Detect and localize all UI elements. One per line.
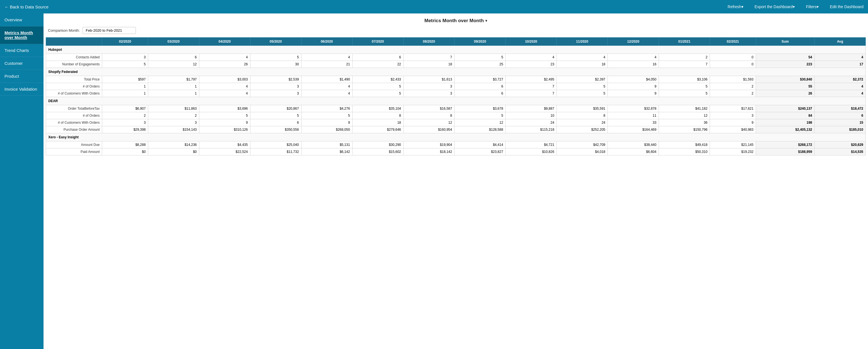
table-cell-value: 6 bbox=[250, 119, 301, 126]
table-cell-value: $4,435 bbox=[199, 141, 250, 149]
table-row: # of Orders2255588510811123846 bbox=[46, 112, 866, 119]
table-header-month: 06/2020 bbox=[301, 38, 352, 46]
table-cell-value: 5 bbox=[557, 90, 608, 97]
table-cell-summary: 4 bbox=[815, 83, 866, 90]
table-cell-value: $41,182 bbox=[659, 105, 710, 112]
table-cell-value: 3 bbox=[710, 112, 756, 119]
table-section-header: Shopify Federated bbox=[46, 68, 866, 76]
table-cell-value: $1,613 bbox=[403, 76, 455, 83]
table-cell-value: $128,588 bbox=[455, 126, 505, 133]
table-cell-value: 5 bbox=[659, 90, 710, 97]
table-cell-summary: $185,010 bbox=[815, 126, 866, 133]
table-cell-summary: 6 bbox=[815, 112, 866, 119]
table-cell-value: $11,863 bbox=[148, 105, 199, 112]
table-cell-value: 24 bbox=[505, 119, 557, 126]
table-header-month: 01/2021 bbox=[659, 38, 710, 46]
table-header-month: Avg bbox=[815, 38, 866, 46]
export-button[interactable]: Export the Dashboard▾ bbox=[754, 4, 795, 9]
table-row: Contacts Added3645467544420544 bbox=[46, 54, 866, 61]
table-cell-value: 7 bbox=[403, 54, 455, 61]
table-cell-value: $6,142 bbox=[301, 149, 352, 155]
table-cell-value: $0 bbox=[102, 149, 148, 155]
table-cell-value: $279,646 bbox=[352, 126, 403, 133]
table-cell-value: $2,495 bbox=[505, 76, 557, 83]
table-cell-value: $32,878 bbox=[608, 105, 659, 112]
table-cell-value: 24 bbox=[557, 119, 608, 126]
table-cell-value: $154,143 bbox=[148, 126, 199, 133]
table-header-month: Sum bbox=[756, 38, 814, 46]
table-cell-value: 5 bbox=[659, 83, 710, 90]
table-cell-value: 2 bbox=[148, 112, 199, 119]
edit-dashboard-button[interactable]: Edit the Dashboard bbox=[830, 4, 864, 9]
table-cell-value: 4 bbox=[505, 54, 557, 61]
table-cell-value: 26 bbox=[199, 61, 250, 68]
sidebar-item[interactable]: Metrics Month over Month bbox=[0, 26, 43, 44]
comparison-label: Comparison Month: bbox=[48, 28, 80, 33]
table-cell-value: 12 bbox=[455, 119, 505, 126]
table-cell-value: 5 bbox=[301, 112, 352, 119]
table-cell-value: $4,276 bbox=[301, 105, 352, 112]
table-header-month: 11/2020 bbox=[557, 38, 608, 46]
table-cell-value: 3 bbox=[148, 119, 199, 126]
sidebar-item[interactable]: Customer bbox=[0, 57, 43, 70]
table-cell-value: 2 bbox=[102, 112, 148, 119]
table-cell-value: 9 bbox=[710, 119, 756, 126]
table-cell-value: 8 bbox=[352, 112, 403, 119]
table-cell-value: $22,524 bbox=[199, 149, 250, 155]
table-row-label: Total Price bbox=[46, 76, 102, 83]
title-caret-icon[interactable]: ▾ bbox=[485, 19, 487, 23]
table-cell-value: $35,591 bbox=[557, 105, 608, 112]
table-row: Amount Due$8,288$14,236$4,435$25,040$5,1… bbox=[46, 141, 866, 149]
table-cell-summary: $30,840 bbox=[756, 76, 814, 83]
table-cell-value: $50,310 bbox=[659, 149, 710, 155]
table-cell-summary: $2,372 bbox=[815, 76, 866, 83]
table-cell-value: $9,887 bbox=[505, 105, 557, 112]
table-cell-value: $35,104 bbox=[352, 105, 403, 112]
refresh-button[interactable]: Refresh▾ bbox=[727, 4, 743, 9]
table-cell-value: $20,867 bbox=[250, 105, 301, 112]
table-row-label: Contacts Added bbox=[46, 54, 102, 61]
filters-button[interactable]: Filters▾ bbox=[806, 4, 818, 9]
table-cell-value: 7 bbox=[505, 90, 557, 97]
table-cell-value: $160,954 bbox=[403, 126, 455, 133]
table-cell-summary: 4 bbox=[815, 90, 866, 97]
comparison-input[interactable] bbox=[83, 27, 136, 34]
comparison-row: Comparison Month: bbox=[43, 26, 868, 37]
table-row-label: # of Customers With Orders bbox=[46, 119, 102, 126]
table-cell-summary: 223 bbox=[756, 61, 814, 68]
table-cell-value: 6 bbox=[455, 83, 505, 90]
main-content: Metrics Month over Month ▾ Comparison Mo… bbox=[43, 13, 868, 349]
table-header-month: 02/2021 bbox=[710, 38, 756, 46]
table-cell-value: $252,205 bbox=[557, 126, 608, 133]
table-cell-value: $4,018 bbox=[557, 149, 608, 155]
back-to-datasource-button[interactable]: ← Back to Data Source bbox=[4, 4, 727, 9]
table-cell-value: 7 bbox=[505, 83, 557, 90]
table-cell-summary: $268,172 bbox=[756, 141, 814, 149]
table-row-label: Number of Engagements bbox=[46, 61, 102, 68]
sidebar-item[interactable]: Trend Charts bbox=[0, 44, 43, 57]
table-cell-value: 30 bbox=[250, 61, 301, 68]
table-cell-value: $1,797 bbox=[148, 76, 199, 83]
table-cell-value: 5 bbox=[250, 112, 301, 119]
table-cell-value: $18,142 bbox=[403, 149, 455, 155]
sidebar-item[interactable]: Overview bbox=[0, 13, 43, 26]
dashboard-title-bar: Metrics Month over Month ▾ bbox=[43, 13, 868, 26]
table-cell-summary: 84 bbox=[756, 112, 814, 119]
table-cell-value: $3,106 bbox=[659, 76, 710, 83]
table-cell-value: 12 bbox=[148, 61, 199, 68]
table-cell-value: $2,397 bbox=[557, 76, 608, 83]
table-cell-value: 5 bbox=[557, 83, 608, 90]
table-cell-summary: $2,405,132 bbox=[756, 126, 814, 133]
sidebar-item[interactable]: Invoice Validation bbox=[0, 83, 43, 96]
table-cell-value: $268,050 bbox=[301, 126, 352, 133]
nav-actions: Refresh▾ Export the Dashboard▾ Filters▾ … bbox=[727, 4, 864, 9]
sidebar-item[interactable]: Product bbox=[0, 70, 43, 83]
table-cell-value: 2 bbox=[710, 90, 756, 97]
table-cell-value: $19,232 bbox=[710, 149, 756, 155]
table-cell-summary: 26 bbox=[756, 90, 814, 97]
table-cell-value: 36 bbox=[659, 119, 710, 126]
table-cell-value: 8 bbox=[403, 112, 455, 119]
table-cell-value: 18 bbox=[403, 61, 455, 68]
table-cell-value: 1 bbox=[102, 83, 148, 90]
table-header-month: 10/2020 bbox=[505, 38, 557, 46]
